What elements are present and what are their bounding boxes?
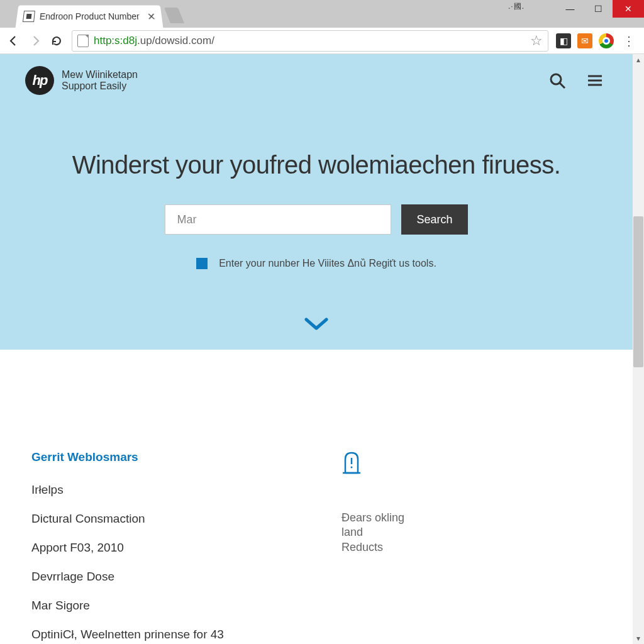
address-bar[interactable]: http:s:d8j.up/dowsid.com/ ☆ <box>72 30 548 52</box>
side-text-line: Reducts <box>341 540 601 555</box>
search-hint: Enter your nunber He Viiites Δnȕ Regiťt … <box>25 257 608 269</box>
search-button[interactable]: Search <box>401 204 467 235</box>
scrollbar-thumb[interactable] <box>633 216 643 367</box>
svg-point-7 <box>351 467 353 469</box>
url-text: http:s:d8j.up/dowsid.com/ <box>94 35 214 47</box>
forward-button <box>25 31 45 51</box>
scroll-up-arrow-icon[interactable]: ▴ <box>633 54 644 65</box>
reload-button[interactable] <box>47 31 67 51</box>
tab-close-icon[interactable]: ✕ <box>147 11 156 23</box>
link-item[interactable]: OptiniCł, Weelnetten prinense for 43 <box>31 628 291 641</box>
links-column: Gerrit Weblosmars Irłelps Dictural Consm… <box>31 450 291 644</box>
brand-line1: Mew Wiiniketapn <box>62 69 138 80</box>
links-list: Irłelps Dictural Consmaction Apport F03,… <box>31 483 291 641</box>
window-maximize-button[interactable]: ☐ <box>584 0 613 18</box>
product-search-input[interactable]: Mar <box>165 204 391 235</box>
hint-square-icon <box>196 258 208 269</box>
window-minimize-button[interactable]: — <box>556 0 584 18</box>
side-text-line: land <box>341 525 601 540</box>
new-tab-button[interactable] <box>164 8 184 23</box>
tab-title: Endroon Product Number <box>39 11 144 21</box>
link-item[interactable]: Irłelps <box>31 483 291 497</box>
window-close-button[interactable]: ✕ <box>613 0 644 18</box>
search-icon[interactable] <box>545 68 570 93</box>
side-column: Đears okling land Reducts <box>341 450 601 644</box>
page-content: hp Mew Wiiniketapn Support Easily Winder… <box>0 54 633 644</box>
link-item[interactable]: Devrrlage Dose <box>31 570 291 584</box>
svg-point-0 <box>551 74 561 84</box>
section-title: Gerrit Weblosmars <box>31 450 291 464</box>
svg-line-1 <box>560 83 565 88</box>
hamburger-menu-icon[interactable] <box>582 68 608 93</box>
brand-line2: Support Easily <box>62 80 138 92</box>
bookmark-star-icon[interactable]: ☆ <box>530 33 543 49</box>
site-header: hp Mew Wiiniketapn Support Easily <box>25 54 608 107</box>
side-text: Đears okling land Reducts <box>341 511 601 555</box>
browser-tab[interactable]: Endroon Product Number ✕ <box>16 5 164 28</box>
window-controls: — ☐ ✕ <box>556 0 644 18</box>
hint-text: Enter your nunber He Viiites Δnȕ Regiťt … <box>219 257 436 269</box>
search-input-value: Mar <box>177 213 196 226</box>
back-button[interactable] <box>4 31 24 51</box>
extension-icon-1[interactable]: ◧ <box>556 33 571 48</box>
brand-text: Mew Wiiniketapn Support Easily <box>62 69 138 91</box>
window-titlebar: .·國. Endroon Product Number ✕ — ☐ ✕ <box>0 0 644 28</box>
content-section: Gerrit Weblosmars Irłelps Dictural Consm… <box>0 350 633 644</box>
ime-indicator: .·國. <box>508 1 525 12</box>
link-item[interactable]: Apport F03, 2010 <box>31 541 291 555</box>
browser-toolbar: http:s:d8j.up/dowsid.com/ ☆ ◧ ✉ ⋮ <box>0 28 644 54</box>
viewport: hp Mew Wiiniketapn Support Easily Winder… <box>0 54 644 644</box>
side-text-line: Đears okling <box>341 511 601 525</box>
search-button-label: Search <box>416 213 452 226</box>
hero-headline: Winderst your youfred wolemiaechen firue… <box>25 151 608 179</box>
chrome-profile-icon[interactable] <box>599 33 614 48</box>
link-item[interactable]: Mar Sigore <box>31 599 291 613</box>
site-info-icon[interactable] <box>77 35 89 47</box>
scrollbar[interactable]: ▴ ▾ <box>633 54 644 644</box>
browser-menu-button[interactable]: ⋮ <box>618 33 640 48</box>
hp-logo[interactable]: hp <box>25 66 54 95</box>
hero-section: hp Mew Wiiniketapn Support Easily Winder… <box>0 54 633 350</box>
search-row: Mar Search <box>25 204 608 235</box>
scroll-down-arrow-icon[interactable]: ▾ <box>633 633 644 644</box>
alert-icon <box>341 450 601 475</box>
extension-icon-2[interactable]: ✉ <box>577 33 592 48</box>
scrollbar-track[interactable] <box>633 65 644 633</box>
link-item[interactable]: Dictural Consmaction <box>31 512 291 526</box>
tab-favicon <box>23 11 35 22</box>
scroll-down-chevron-icon[interactable] <box>304 317 329 332</box>
